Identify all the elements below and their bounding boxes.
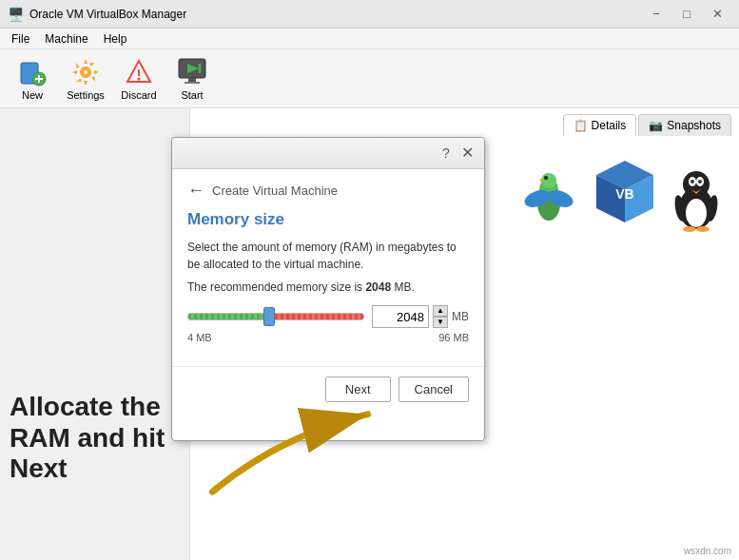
title-bar-text: Oracle VM VirtualBox Manager: [29, 8, 642, 21]
svg-rect-12: [188, 78, 196, 82]
start-button-label: Start: [181, 89, 203, 101]
penguin-icon: [672, 165, 720, 232]
svg-point-37: [696, 226, 710, 232]
recommended-unit: MB.: [391, 280, 415, 294]
svg-point-22: [544, 176, 548, 180]
start-icon: [177, 57, 207, 87]
dialog-footer: Next Cancel: [172, 366, 484, 412]
memory-slider-wrapper: [187, 313, 364, 320]
maximize-button[interactable]: □: [672, 4, 701, 25]
slider-thumb[interactable]: [263, 307, 275, 326]
snapshots-tab-icon: 📷: [649, 119, 663, 132]
recommended-label: The recommended memory size is: [187, 280, 365, 294]
slider-max-label: 96 MB: [438, 332, 469, 343]
new-button-label: New: [22, 89, 43, 101]
svg-point-10: [138, 77, 141, 80]
slider-row: ▲ ▼ MB: [187, 305, 469, 328]
discard-icon: [124, 57, 154, 87]
spinbox-up-button[interactable]: ▲: [433, 305, 448, 317]
detail-tabs: 📋 Details 📷 Snapshots: [555, 108, 739, 136]
toolbar-discard-button[interactable]: Discard: [114, 53, 164, 105]
tab-snapshots[interactable]: 📷 Snapshots: [638, 114, 731, 136]
svg-point-7: [84, 70, 88, 74]
menu-file[interactable]: File: [4, 30, 37, 48]
svg-rect-13: [185, 82, 200, 84]
svg-text:VB: VB: [615, 186, 633, 202]
recommended-text: The recommended memory size is 2048 MB.: [187, 280, 469, 294]
slider-track: [187, 313, 364, 320]
cancel-button[interactable]: Cancel: [399, 377, 469, 402]
dialog-step-title: Create Virtual Machine: [212, 183, 338, 198]
dialog-help-button[interactable]: ?: [437, 144, 456, 163]
discard-button-label: Discard: [121, 89, 156, 101]
menu-help[interactable]: Help: [96, 30, 135, 48]
toolbar: New Settings: [0, 49, 739, 108]
left-panel: Allocate the RAM and hit Next: [0, 108, 190, 560]
svg-point-28: [686, 199, 707, 227]
dialog-titlebar: ? ✕: [172, 138, 484, 169]
memory-input-wrap: ▲ ▼ MB: [372, 305, 469, 328]
toolbar-new-button[interactable]: New: [8, 53, 57, 105]
dialog-nav: ← Create Virtual Machine: [187, 181, 469, 201]
main-area: Allocate the RAM and hit Next 📋 Details …: [0, 108, 739, 560]
snapshots-tab-label: Snapshots: [667, 119, 721, 132]
memory-input[interactable]: [372, 305, 429, 328]
slider-min-label: 4 MB: [187, 332, 212, 343]
recommended-value: 2048: [365, 280, 391, 294]
details-tab-icon: 📋: [574, 119, 588, 132]
slider-labels: 4 MB 96 MB: [187, 332, 469, 343]
svg-point-34: [698, 180, 702, 183]
annotation-line3: Next: [10, 454, 200, 484]
dialog-title-controls: ? ✕: [437, 144, 476, 163]
dialog-close-button[interactable]: ✕: [457, 144, 476, 163]
settings-icon: [70, 57, 101, 87]
memory-section-title: Memory size: [187, 210, 469, 229]
toolbar-settings-button[interactable]: Settings: [61, 53, 110, 105]
minimize-button[interactable]: −: [642, 4, 671, 25]
new-icon: [17, 57, 48, 87]
memory-description: Select the amount of memory (RAM) in meg…: [187, 239, 469, 273]
tab-details[interactable]: 📋 Details: [563, 114, 637, 136]
settings-button-label: Settings: [67, 89, 105, 101]
slider-green-portion: [188, 314, 269, 319]
vbox-illustration: VB: [520, 156, 720, 232]
dialog-body: ← Create Virtual Machine Memory size Sel…: [172, 169, 484, 366]
svg-point-33: [690, 180, 694, 183]
close-button[interactable]: ✕: [703, 4, 731, 25]
title-bar-controls: − □ ✕: [642, 4, 731, 25]
spinbox-down-button[interactable]: ▼: [433, 317, 448, 328]
create-vm-dialog: ? ✕ ← Create Virtual Machine Memory size…: [171, 137, 485, 441]
menu-machine[interactable]: Machine: [37, 30, 95, 48]
next-button[interactable]: Next: [325, 377, 391, 402]
watermark: wsxdn.com: [684, 546, 731, 556]
slider-red-portion: [269, 314, 363, 319]
menu-bar: File Machine Help: [0, 29, 739, 49]
vbox-logo-icon: VB: [587, 156, 663, 232]
svg-point-36: [683, 226, 696, 232]
memory-unit-label: MB: [452, 310, 469, 323]
spinbox-buttons: ▲ ▼: [433, 305, 448, 328]
app-icon: 🖥️: [8, 7, 24, 22]
back-button[interactable]: ←: [187, 181, 204, 201]
title-bar: 🖥️ Oracle VM VirtualBox Manager − □ ✕: [0, 0, 739, 29]
details-tab-label: Details: [592, 119, 627, 132]
toolbar-start-button[interactable]: Start: [167, 53, 217, 105]
